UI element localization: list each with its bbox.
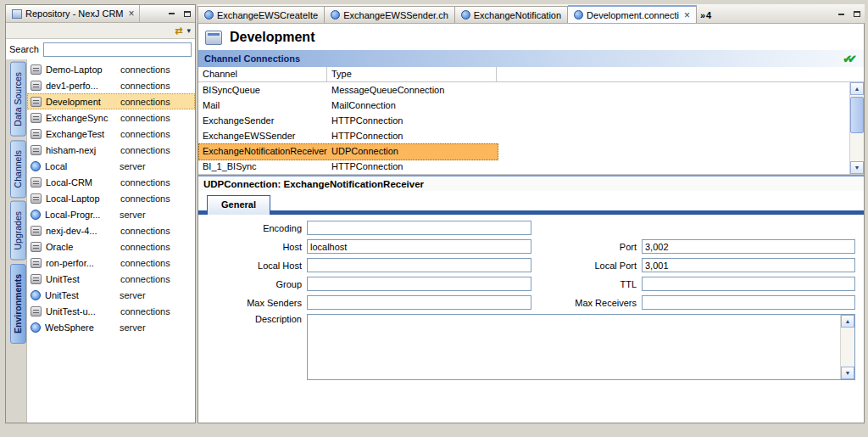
repository-view-tab[interactable]: Repository - NexJ CRM × [8,5,140,22]
editor-tabs: ExchangeEWSCreateIteExchangeEWSSender.ch… [198,5,697,23]
encoding-field[interactable] [307,221,531,235]
port-field[interactable] [642,239,855,254]
connections-icon [31,113,42,123]
cell-type: MailConnection [327,100,497,110]
item-name: UnitTest [45,290,120,300]
validation-check-icon: ✔✔ [843,53,857,65]
list-item[interactable]: Developmentconnections [27,93,195,109]
list-item[interactable]: Oracleconnections [27,238,195,255]
close-icon[interactable]: × [684,10,690,20]
close-icon[interactable]: × [129,8,135,19]
tab-overflow[interactable]: » 4 [700,10,711,20]
item-type: server [120,290,146,300]
page-header: Development [198,24,864,50]
group-field[interactable] [307,277,531,291]
column-header[interactable]: Type [327,67,497,81]
server-icon [31,210,41,220]
list-item[interactable]: hisham-nexjconnections [27,142,195,158]
list-item[interactable]: Local-Progr...server [27,206,195,222]
application-window: Repository - NexJ CRM × ⇄ ▾ Search Data … [0,0,868,437]
list-item[interactable]: nexj-dev-4...connections [27,222,195,238]
repository-view-title: Repository - NexJ CRM [25,8,124,19]
list-item[interactable]: Local-Laptopconnections [27,190,195,206]
maximize-icon[interactable] [850,8,863,20]
max-senders-field[interactable] [307,295,531,310]
list-item[interactable]: dev1-perfo...connections [27,77,195,93]
list-item[interactable]: WebSphereserver [27,319,195,335]
field-label-local-port: Local Port [548,261,642,271]
scrollbar-track[interactable] [850,95,864,161]
list-item[interactable]: UnitTestserver [27,287,195,303]
connections-icon [31,177,42,188]
search-input[interactable] [43,42,192,57]
item-name: Demo-Laptop [46,64,120,75]
column-header[interactable] [497,67,864,81]
vertical-tab-strip: Data SourcesChannelsUpgradesEnvironments [6,59,27,423]
local-port-field[interactable] [642,258,855,272]
item-type: server [120,210,146,220]
ttl-field[interactable] [642,277,855,291]
description-scrollbar[interactable]: ▲ ▼ [840,315,854,379]
vertical-tab-data-sources[interactable]: Data Sources [10,62,26,137]
field-label-local-host: Local Host [205,261,307,271]
item-type: connections [120,113,170,123]
item-type: connections [120,242,170,252]
cell-type: HTTPConnection [327,161,497,171]
scroll-down-icon[interactable]: ▼ [850,161,864,174]
view-menu-icon[interactable]: ▾ [186,27,191,35]
table-row[interactable]: ExchangeSenderHTTPConnection [198,113,849,128]
list-item[interactable]: Demo-Laptopconnections [27,61,195,77]
scroll-down-icon[interactable]: ▼ [841,367,854,379]
item-type: connections [120,193,170,204]
field-label-group: Group [205,279,307,289]
field-label-max-receivers: Max Receivers [548,298,642,308]
vertical-tab-upgrades[interactable]: Upgrades [10,201,26,261]
list-item[interactable]: Localserver [27,158,195,174]
scrollbar-thumb[interactable] [850,97,864,133]
editor-tab-development-connecti[interactable]: Development.connecti× [568,5,697,23]
detail-tab-bar: General [198,193,864,215]
vertical-tab-channels[interactable]: Channels [10,140,26,198]
editor-tab-exchangeewscreateite[interactable]: ExchangeEWSCreateIte [198,6,325,23]
item-name: hisham-nexj [46,145,120,155]
host-field[interactable] [307,239,531,254]
maximize-icon[interactable] [181,8,193,20]
minimize-icon[interactable] [835,8,848,20]
item-name: WebSphere [45,322,120,333]
list-item[interactable]: Local-CRMconnections [27,174,195,190]
scroll-up-icon[interactable]: ▲ [850,82,864,95]
list-item[interactable]: ExchangeSyncconnections [27,109,195,126]
table-row[interactable]: BISyncQueueMessageQueueConnection [198,82,849,98]
column-header[interactable]: Channel [198,67,327,81]
editor-tab-exchangeewssender-ch[interactable]: ExchangeEWSSender.ch [325,6,455,23]
table-row[interactable]: BI_1_BISyncHTTPConnection [198,159,849,174]
server-icon [31,290,41,300]
tab-general[interactable]: General [207,195,270,215]
max-receivers-field[interactable] [642,295,855,310]
list-item[interactable]: UnitTestconnections [27,271,195,287]
list-item[interactable]: ron-perfor...connections [27,255,195,271]
channel-file-icon [574,10,583,20]
connections-icon [31,242,42,252]
scrollbar-track[interactable] [841,328,854,367]
item-type: connections [120,177,170,188]
field-label-max-senders: Max Senders [205,298,307,308]
repository-list: Demo-Laptopconnectionsdev1-perfo...conne… [27,59,195,423]
repository-icon [12,9,22,19]
item-name: Local [45,161,120,171]
local-host-field[interactable] [307,258,531,272]
cell-type: UDPConnection [327,146,497,156]
table-row[interactable]: MailMailConnection [198,98,849,113]
editor-tab-exchangenotification[interactable]: ExchangeNotification [455,6,568,23]
list-item[interactable]: ExchangeTestconnections [27,126,195,142]
table-scrollbar[interactable]: ▲ ▼ [849,82,864,174]
table-row[interactable]: ExchangeNotificationReceiverUDPConnectio… [198,143,849,159]
table-row[interactable]: ExchangeEWSSenderHTTPConnection [198,128,849,143]
minimize-icon[interactable] [165,8,178,20]
link-with-editor-icon[interactable]: ⇄ [175,26,182,36]
scroll-up-icon[interactable]: ▲ [841,315,854,328]
channel-file-icon [461,10,470,20]
description-field[interactable]: ▲ ▼ [307,314,855,380]
list-item[interactable]: UnitTest-u...connections [27,303,195,319]
vertical-tab-environments[interactable]: Environments [10,264,26,344]
